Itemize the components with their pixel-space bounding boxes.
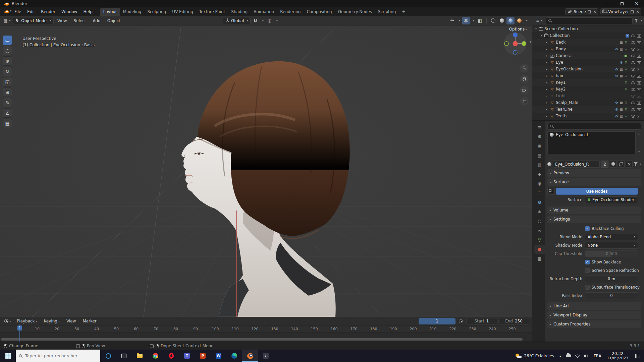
editor-type-button[interactable]: ▦▾ <box>2 18 12 24</box>
teams-button[interactable] <box>179 350 195 362</box>
edge-button[interactable] <box>226 350 242 362</box>
tab-uv-editing[interactable]: UV Editing <box>169 8 196 16</box>
panel-surface[interactable]: ▾Surface <box>547 178 641 186</box>
current-frame-field[interactable]: 1 <box>419 318 455 324</box>
menu-object[interactable]: Object <box>104 16 123 25</box>
panel-viewport-display[interactable]: ▸Viewport Display <box>547 311 641 319</box>
panel-line-art[interactable]: ▸Line Art <box>547 302 641 310</box>
outliner-item-label[interactable]: EyeOcclusion <box>556 67 583 71</box>
blender-taskbar-button[interactable] <box>242 350 258 362</box>
disclosure-icon[interactable]: ▸ <box>545 54 548 57</box>
unlink-material-button[interactable]: × <box>626 161 633 168</box>
shadow-mode-dropdown[interactable]: None▾ <box>585 242 638 249</box>
disclosure-icon[interactable]: ▸ <box>545 41 548 44</box>
rotate-tool[interactable]: ↻ <box>3 67 12 76</box>
transform-orientation-dropdown[interactable]: Global ▾ <box>223 17 251 24</box>
outliner-row[interactable]: ▸▽ Key1 ▽ <box>532 79 644 86</box>
disclosure-icon[interactable]: ▸ <box>545 48 548 51</box>
shading-wireframe-button[interactable] <box>489 17 497 24</box>
disable-in-renders-toggle[interactable] <box>637 40 641 45</box>
language-indicator[interactable]: FRA <box>591 350 604 362</box>
outliner-item-label[interactable]: Collection <box>550 33 570 38</box>
media-app-button[interactable] <box>258 350 274 362</box>
tab-rendering[interactable]: Rendering <box>277 8 304 16</box>
shading-rendered-button[interactable] <box>515 17 523 24</box>
hide-in-viewport-toggle[interactable] <box>631 60 635 65</box>
timeline-ruler[interactable]: 1 10 20 30 40 50 60 70 80 90 100 110 120… <box>0 325 532 333</box>
proportional-editing-dropdown[interactable]: ▾ <box>274 17 279 24</box>
panel-volume[interactable]: ▸Volume <box>547 206 641 214</box>
properties-editor-type-button[interactable]: ≡ <box>534 123 545 132</box>
hide-in-viewport-toggle[interactable] <box>631 87 635 92</box>
new-material-button[interactable] <box>618 161 625 168</box>
timeline-scrollbar[interactable] <box>1 338 523 341</box>
slot-list-scroll[interactable]: ▴▾ <box>637 131 641 154</box>
zoom-button[interactable] <box>520 64 529 72</box>
particles-tab[interactable]: ∗ <box>534 207 545 216</box>
disable-in-renders-toggle[interactable] <box>637 67 641 71</box>
hide-in-viewport-toggle[interactable] <box>631 73 635 78</box>
outliner-row[interactable]: ▸ Camera ▣ <box>532 52 644 59</box>
show-gizmo-toggle[interactable] <box>448 17 456 24</box>
outliner-row[interactable]: ▸▽ Teeth ⚙▦▽ <box>532 113 644 119</box>
object-tab[interactable]: ▢ <box>534 188 545 197</box>
collection-checkbox[interactable]: ✓ <box>626 34 629 38</box>
outliner-item-label[interactable]: Body <box>556 47 566 51</box>
outliner-item-label[interactable]: Scene Collection <box>544 26 578 31</box>
output-tab[interactable]: ▤ <box>534 151 545 160</box>
onedrive-icon[interactable] <box>566 354 571 357</box>
move-tool[interactable]: ⊕ <box>3 56 12 66</box>
disable-in-renders-toggle[interactable] <box>637 33 641 38</box>
menu-add[interactable]: Add <box>90 16 103 25</box>
subsurface-translucency-checkbox[interactable]: Subsurface Translucency <box>585 285 640 290</box>
outliner-item-label[interactable]: Back <box>556 40 566 45</box>
powerpoint-button[interactable] <box>195 350 211 362</box>
disclosure-icon[interactable]: ▸ <box>545 68 548 71</box>
minimize-button[interactable]: — <box>600 0 614 7</box>
pass-index-field[interactable]: 0 <box>585 292 638 299</box>
hide-in-viewport-toggle[interactable] <box>631 100 635 105</box>
tab-shading[interactable]: Shading <box>228 8 251 16</box>
camera-view-button[interactable] <box>520 86 529 95</box>
disclosure-icon[interactable]: ▸ <box>545 74 548 77</box>
surface-shader-field[interactable]: Eye Occlusion Shader <box>585 196 638 203</box>
texture-tab[interactable]: ▩ <box>534 254 545 263</box>
scale-tool[interactable]: ◱ <box>3 77 12 86</box>
sidebar-toggle-arrow[interactable]: ‹ <box>529 39 531 44</box>
maximize-button[interactable] <box>614 0 629 7</box>
outliner-row[interactable]: ▸▽ Scalp_Male ⚙▦▽ <box>532 99 644 106</box>
disable-in-renders-toggle[interactable] <box>637 47 641 51</box>
disclosure-icon[interactable]: ▸ <box>545 81 548 84</box>
disclosure-icon[interactable]: ▸ <box>545 95 548 98</box>
tab-modeling[interactable]: Modeling <box>120 8 145 16</box>
transform-tool[interactable]: ⊞ <box>3 87 12 97</box>
filter-dropdown-icon[interactable]: ▾ <box>640 163 641 166</box>
outliner-item-label[interactable]: Eye <box>556 60 563 65</box>
file-explorer-button[interactable] <box>132 350 148 362</box>
object-data-tab[interactable]: ▽ <box>534 235 545 244</box>
cortana-button[interactable] <box>100 350 116 362</box>
menu-keying[interactable]: Keying▾ <box>41 317 63 325</box>
menu-select[interactable]: Select <box>70 16 89 25</box>
shading-dropdown[interactable]: ▾ <box>524 17 529 24</box>
outliner-item-label[interactable]: Teeth <box>556 114 567 118</box>
disclosure-icon[interactable]: ▾ <box>534 27 538 31</box>
view-layer-tab[interactable]: ▥ <box>534 160 545 169</box>
material-slot-item[interactable]: Eye_Occlusion_L <box>548 132 635 138</box>
disable-in-renders-toggle[interactable] <box>637 60 641 65</box>
world-tab[interactable]: ◉ <box>534 179 545 188</box>
outliner-item-label[interactable]: Light <box>556 94 566 98</box>
outliner-row-scene-collection[interactable]: ▾ Scene Collection <box>532 25 644 32</box>
properties-search-field[interactable] <box>547 123 641 130</box>
menu-window[interactable]: Window <box>58 7 80 16</box>
outliner-search-field[interactable] <box>546 17 633 24</box>
clip-threshold-slider[interactable]: 0.500 <box>585 250 638 257</box>
outliner-row[interactable]: ▸▽ Back ▦▽ <box>532 39 644 46</box>
fake-user-button[interactable] <box>610 161 616 168</box>
select-box-tool[interactable]: ▭ <box>3 36 12 45</box>
proportional-editing-toggle[interactable]: ◎ <box>265 17 273 24</box>
disclosure-icon[interactable]: ▸ <box>545 101 548 104</box>
material-name-field[interactable]: Eye_Occlusion_R <box>553 161 600 168</box>
show-backface-checkbox[interactable]: ✓Show Backface <box>585 260 638 264</box>
blender-menu-icon[interactable]: ▾ <box>3 9 11 14</box>
